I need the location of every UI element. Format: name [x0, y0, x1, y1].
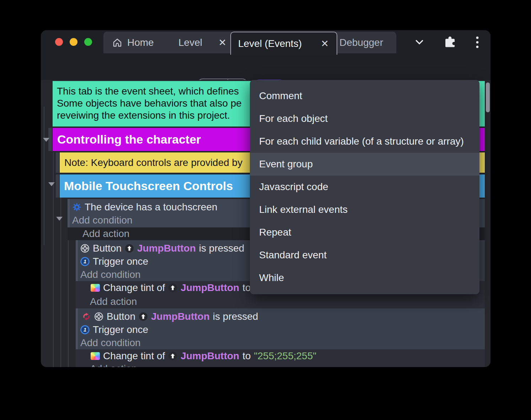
- tint-value: "255;255;255": [254, 350, 317, 362]
- tree-line: [60, 174, 61, 367]
- trigger-once-icon: 1: [80, 257, 90, 266]
- object-name: JumpButton: [181, 282, 239, 294]
- tab-level-events[interactable]: Level (Events) ✕: [230, 32, 337, 55]
- action-change-tint[interactable]: Change tint of JumpButton to "255;255;25…: [76, 349, 485, 363]
- condition-text: is pressed: [213, 311, 258, 322]
- condition-text: Trigger once: [93, 324, 148, 335]
- tab-debugger-label: Debugger: [339, 37, 383, 48]
- svg-text:1: 1: [84, 258, 86, 264]
- collapse-arrow-icon[interactable]: [56, 217, 63, 221]
- gear-icon: [72, 203, 81, 212]
- vertical-scrollbar-thumb[interactable]: [486, 82, 490, 112]
- add-condition-link[interactable]: Add condition: [72, 215, 133, 226]
- menu-item-standard-event[interactable]: Standard event: [250, 244, 479, 266]
- invert-condition-icon: [82, 312, 91, 321]
- tree-line: [44, 107, 44, 245]
- jumpbutton-object-icon: [125, 244, 134, 253]
- condition-text: Button: [107, 311, 135, 322]
- add-condition-link[interactable]: Add condition: [80, 269, 141, 280]
- close-window-button[interactable]: [55, 38, 63, 46]
- collapse-arrow-icon[interactable]: [48, 182, 55, 186]
- app-window: Home Level ✕ Level (Events) ✕ Debugger: [41, 30, 490, 367]
- tint-palette-icon: [91, 284, 100, 292]
- action-text: Change tint of: [103, 282, 165, 294]
- menu-item-for-each-object[interactable]: For each object: [250, 107, 479, 130]
- add-action-link[interactable]: Add action: [90, 296, 137, 307]
- action-text: Change tint of: [103, 350, 165, 362]
- add-action-row[interactable]: Add action: [76, 363, 485, 367]
- condition-text: The device has a touchscreen: [85, 201, 218, 213]
- trigger-once-icon: 1: [80, 325, 90, 334]
- jumpbutton-object-icon: [168, 351, 177, 361]
- menu-item-comment[interactable]: Comment: [250, 85, 479, 107]
- tab-home-label: Home: [127, 37, 154, 48]
- tab-level[interactable]: Level ✕: [173, 32, 234, 53]
- tab-home[interactable]: Home: [103, 32, 179, 53]
- tab-bar: Home Level ✕ Level (Events) ✕ Debugger: [41, 30, 490, 53]
- kebab-menu-icon[interactable]: [475, 36, 479, 50]
- menu-item-while[interactable]: While: [250, 266, 479, 289]
- event-sheet: This tab is the event sheet, which defin…: [41, 80, 490, 367]
- toolbar: [41, 53, 490, 80]
- event-button-pressed-inverted[interactable]: Button JumpButton is pressed 1 Trigger o…: [76, 308, 485, 349]
- drag-handle[interactable]: [56, 174, 59, 198]
- jumpbutton-object-icon: [168, 283, 177, 292]
- object-name: JumpButton: [137, 243, 196, 254]
- tint-palette-icon: [91, 352, 100, 360]
- svg-text:1: 1: [84, 327, 86, 333]
- add-action-link[interactable]: Add action: [82, 228, 129, 239]
- menu-item-repeat[interactable]: Repeat: [250, 221, 479, 244]
- menu-item-link-external-events[interactable]: Link external events: [250, 198, 479, 221]
- action-text: to: [242, 350, 251, 362]
- add-action-row[interactable]: Add action: [76, 295, 485, 308]
- menu-item-javascript-code[interactable]: Javascript code: [250, 176, 479, 198]
- drag-handle[interactable]: [56, 152, 59, 173]
- gamepad-button-icon: [94, 312, 103, 321]
- gamepad-button-icon: [80, 244, 90, 253]
- tab-debugger[interactable]: Debugger: [330, 32, 396, 53]
- object-name: JumpButton: [151, 311, 210, 322]
- close-tab-icon[interactable]: ✕: [321, 38, 337, 49]
- jumpbutton-object-icon: [139, 312, 148, 321]
- collapse-arrow-icon[interactable]: [43, 138, 49, 142]
- chevron-down-icon[interactable]: [413, 37, 425, 49]
- tab-level-label: Level: [178, 37, 202, 48]
- menu-item-for-each-child-variable[interactable]: For each child variable (of a structure …: [250, 130, 479, 153]
- extensions-puzzle-icon[interactable]: [443, 35, 457, 50]
- tab-level-events-label: Level (Events): [238, 38, 302, 49]
- condition-text: Button: [93, 243, 122, 254]
- menu-item-event-group[interactable]: Event group: [250, 153, 479, 176]
- zoom-window-button[interactable]: [84, 38, 92, 46]
- home-icon: [112, 37, 123, 48]
- object-name: JumpButton: [181, 350, 239, 362]
- minimize-window-button[interactable]: [70, 38, 77, 46]
- add-condition-link[interactable]: Add condition: [80, 337, 141, 349]
- condition-text: is pressed: [199, 243, 245, 254]
- add-event-context-menu: Comment For each object For each child v…: [250, 80, 479, 294]
- add-action-link[interactable]: Add action: [90, 363, 137, 367]
- condition-text: Trigger once: [93, 256, 148, 267]
